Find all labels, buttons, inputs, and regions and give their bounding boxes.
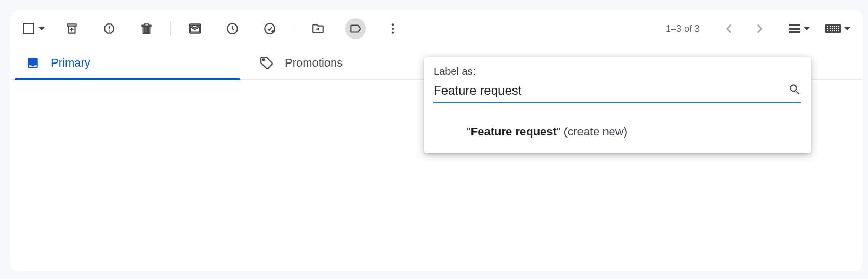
label-icon (349, 22, 362, 35)
label-as-popup: Label as: "Feature request" (create new) (424, 57, 811, 153)
density-icon (789, 24, 800, 33)
archive-button[interactable] (61, 18, 82, 39)
tag-icon (260, 56, 273, 70)
add-to-tasks-button[interactable] (259, 18, 280, 39)
chevron-left-icon (722, 22, 735, 35)
move-to-button[interactable] (308, 18, 328, 39)
label-popup-title: Label as: (424, 66, 811, 83)
label-search-input[interactable] (433, 83, 788, 98)
inbox-icon (26, 56, 40, 70)
pagination-info: 1–3 of 3 (666, 23, 700, 34)
archive-icon (65, 22, 78, 35)
chevron-right-icon (753, 22, 767, 35)
mail-panel: 1–3 of 3 (10, 10, 863, 271)
prev-page-button[interactable] (718, 18, 739, 39)
chevron-down-icon (38, 27, 45, 30)
mail-unread-icon (188, 22, 202, 35)
create-prefix: " (467, 125, 471, 138)
search-icon (788, 83, 801, 98)
density-button[interactable] (789, 24, 810, 33)
chevron-down-icon (844, 27, 850, 30)
tab-primary-label: Primary (51, 56, 90, 70)
create-label-name: Feature request (471, 125, 557, 138)
mark-unread-button[interactable] (185, 18, 205, 39)
next-page-button[interactable] (749, 18, 770, 39)
keyboard-icon (825, 24, 841, 33)
tab-primary[interactable]: Primary (10, 47, 244, 79)
toolbar: 1–3 of 3 (10, 10, 863, 47)
tab-promotions-label: Promotions (285, 56, 343, 70)
checkbox-empty-icon (23, 23, 34, 34)
report-spam-icon (102, 22, 116, 35)
svg-point-3 (392, 28, 394, 30)
svg-point-5 (262, 59, 264, 60)
label-search-row (433, 83, 801, 103)
snooze-button[interactable] (222, 18, 243, 39)
input-method-button[interactable] (825, 24, 850, 33)
report-spam-button[interactable] (99, 18, 120, 39)
trash-icon (140, 22, 153, 35)
create-suffix: " (create new) (557, 125, 627, 138)
select-checkbox-dropdown[interactable] (23, 23, 45, 34)
toolbar-separator (170, 21, 171, 36)
more-button[interactable] (383, 18, 403, 39)
task-add-icon (263, 22, 277, 35)
clock-icon (226, 22, 239, 35)
svg-point-2 (392, 23, 394, 26)
more-vertical-icon (386, 22, 400, 35)
create-new-label-option[interactable]: "Feature request" (create new) (424, 103, 811, 147)
labels-button[interactable] (345, 18, 366, 39)
delete-button[interactable] (136, 18, 157, 39)
toolbar-separator (294, 21, 294, 36)
chevron-down-icon (804, 27, 810, 30)
svg-point-4 (392, 31, 394, 33)
move-to-icon (311, 22, 325, 35)
